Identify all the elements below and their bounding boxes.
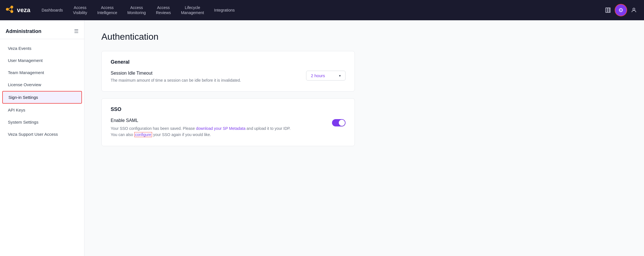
saml-desc-part1: Your SSO configuration has been saved. P… [111,126,196,131]
saml-desc-part4: your SSO again if you would like. [152,132,211,137]
sso-section-title: SSO [111,106,346,112]
nav-integrations[interactable]: Integrations [210,5,239,15]
main-content: Authentication General Session Idle Time… [84,20,644,256]
sso-card: SSO Enable SAML Your SSO configuration h… [101,98,355,146]
nav-lifecycle-management[interactable]: Lifecycle Management [177,3,209,17]
configure-sso-link[interactable]: configure [134,132,152,137]
nav-access-intelligence[interactable]: Access Intelligence [93,3,122,17]
sidebar: Administration ☰ Veza Events User Manage… [0,20,84,256]
sidebar-menu-icon[interactable]: ☰ [74,28,79,34]
nav-dashboards[interactable]: Dashboards [37,5,68,15]
session-timeout-info: Session Idle Timeout The maximum amount … [111,71,299,83]
saml-label: Enable SAML [111,118,325,123]
page-title: Authentication [101,32,627,42]
sidebar-header: Administration ☰ [0,26,84,39]
session-timeout-value: 2 hours [311,73,325,78]
download-sp-metadata-link[interactable]: download your SP Metadata [196,126,246,131]
saml-toggle[interactable] [332,119,346,126]
sidebar-item-veza-support[interactable]: Veza Support User Access [2,128,82,140]
sidebar-item-sign-in-settings[interactable]: Sign-in Settings [2,91,82,104]
top-nav: veza Dashboards Access Visibility Access… [0,0,644,20]
svg-rect-8 [609,8,610,13]
general-card: General Session Idle Timeout The maximum… [101,51,355,92]
nav-access-visibility[interactable]: Access Visibility [68,3,92,17]
user-button[interactable] [628,5,639,16]
saml-info: Enable SAML Your SSO configuration has b… [111,118,325,138]
sidebar-item-user-management[interactable]: User Management [2,55,82,66]
sidebar-item-veza-events[interactable]: Veza Events [2,43,82,54]
svg-rect-6 [606,8,607,13]
logo-area[interactable]: veza [5,4,30,16]
sidebar-item-team-management[interactable]: Team Management [2,67,82,78]
svg-point-9 [633,8,635,10]
svg-rect-7 [607,8,609,13]
saml-desc-part3: You can also [111,132,134,137]
session-timeout-row: Session Idle Timeout The maximum amount … [111,71,346,83]
gear-icon: ⚙ [618,7,623,14]
toggle-knob [339,120,345,126]
nav-access-reviews[interactable]: Access Reviews [151,3,175,17]
session-timeout-dropdown[interactable]: 2 hours ▾ [306,71,346,81]
sidebar-item-license-overview[interactable]: License Overview [2,79,82,90]
saml-desc-part2: and upload it to your IDP. [246,126,291,131]
nav-access-monitoring[interactable]: Access Monitoring [123,3,150,17]
veza-logo-icon [5,4,15,16]
catalog-button[interactable] [602,5,614,16]
main-layout: Administration ☰ Veza Events User Manage… [0,20,644,256]
session-timeout-desc: The maximum amount of time a session can… [111,77,280,83]
chevron-down-icon: ▾ [339,74,341,78]
settings-button[interactable]: ⚙ [615,4,627,16]
saml-desc: Your SSO configuration has been saved. P… [111,125,325,138]
logo-text: veza [17,6,30,14]
sidebar-title: Administration [6,28,41,34]
enable-saml-row: Enable SAML Your SSO configuration has b… [111,118,346,138]
sidebar-item-system-settings[interactable]: System Settings [2,116,82,128]
sidebar-item-api-keys[interactable]: API Keys [2,104,82,116]
session-timeout-label: Session Idle Timeout [111,71,299,76]
saml-toggle-container[interactable] [332,118,346,126]
general-section-title: General [111,59,346,65]
